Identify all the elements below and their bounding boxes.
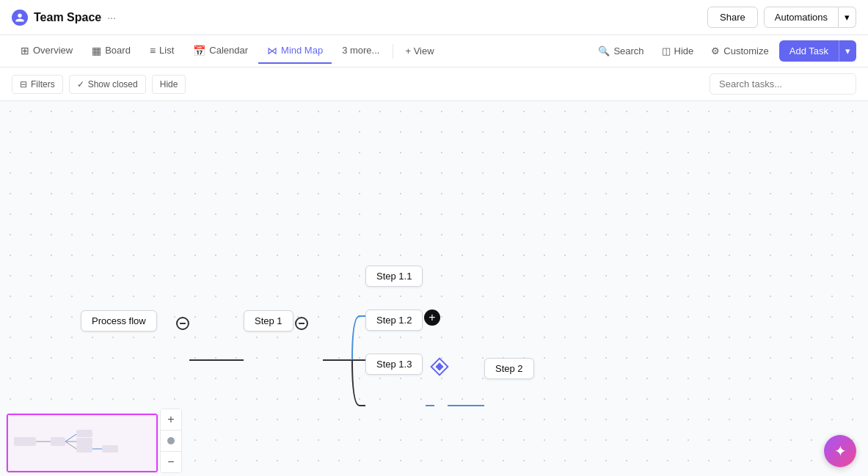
node-step1-2[interactable]: Step 1.2 <box>365 310 423 331</box>
top-bar-left: Team Space ··· <box>12 10 116 26</box>
more-options[interactable]: ··· <box>107 12 116 23</box>
show-closed-button[interactable]: ✓ Show closed <box>69 75 146 94</box>
search-input[interactable] <box>710 73 856 95</box>
zoom-in-button[interactable]: + <box>161 409 181 430</box>
chevron-down-icon: ▾ <box>845 45 850 56</box>
tab-board[interactable]: ▦ Board <box>83 39 139 64</box>
minimap-inner <box>7 414 158 472</box>
add-task-button[interactable]: Add Task <box>779 40 839 62</box>
top-bar-right: Share Automations ▾ <box>707 7 856 28</box>
canvas-area: Process flow Step 1 Step 1.1 Step 1.2 + … <box>0 101 868 476</box>
node-step1-1[interactable]: Step 1.1 <box>365 266 423 287</box>
automations-chevron[interactable]: ▾ <box>839 7 856 28</box>
nav-divider <box>393 44 393 59</box>
add-task-chevron[interactable]: ▾ <box>839 40 856 62</box>
board-icon: ▦ <box>92 45 101 56</box>
calendar-icon: 📅 <box>193 45 205 56</box>
node-process-flow[interactable]: Process flow <box>81 310 157 332</box>
tab-calendar[interactable]: 📅 Calendar <box>184 39 257 64</box>
nav-right-actions: 🔍 Search ◫ Hide ⚙ Customize Add Task ▾ <box>591 40 856 62</box>
node-step1-3[interactable]: Step 1.3 <box>365 354 423 375</box>
tab-mindmap[interactable]: ⋈ Mind Map <box>258 39 332 64</box>
tab-overview[interactable]: ⊞ Overview <box>12 39 81 64</box>
app-title: Team Space <box>34 11 101 24</box>
ai-icon: ✦ <box>834 442 847 460</box>
automations-group: Automations ▾ <box>764 7 856 28</box>
nav-tabs: ⊞ Overview ▦ Board ≡ List 📅 Calendar ⋈ M… <box>0 35 868 67</box>
step1-2-add[interactable]: + <box>424 310 440 326</box>
customize-nav-button[interactable]: ⚙ Customize <box>704 41 776 61</box>
tab-list[interactable]: ≡ List <box>141 39 183 64</box>
avatar <box>12 10 28 26</box>
list-icon: ≡ <box>150 45 156 56</box>
top-bar: Team Space ··· Share Automations ▾ <box>0 0 868 35</box>
mindmap-icon: ⋈ <box>267 45 277 56</box>
zoom-level <box>161 431 181 451</box>
node-step1[interactable]: Step 1 <box>244 310 293 332</box>
filter-icon: ⊟ <box>20 79 27 89</box>
hide-icon: ◫ <box>662 45 671 56</box>
node-step2[interactable]: Step 2 <box>484 358 534 379</box>
process-flow-collapse[interactable] <box>176 317 189 330</box>
step1-collapse[interactable] <box>295 317 308 330</box>
add-view-button[interactable]: + View <box>398 41 441 61</box>
check-circle-icon: ✓ <box>77 79 84 89</box>
automations-button[interactable]: Automations <box>764 7 839 28</box>
zoom-dot <box>167 437 175 444</box>
toolbar: ⊟ Filters ✓ Show closed Hide <box>0 67 868 101</box>
minimap-viewport <box>7 414 158 472</box>
hide-nav-button[interactable]: ◫ Hide <box>654 41 701 61</box>
filters-button[interactable]: ⊟ Filters <box>12 75 63 94</box>
hide-button[interactable]: Hide <box>152 75 186 94</box>
search-icon: 🔍 <box>598 45 610 56</box>
customize-icon: ⚙ <box>711 45 720 56</box>
minimap <box>6 413 158 473</box>
chevron-down-icon: ▾ <box>845 12 850 23</box>
ai-button[interactable]: ✦ <box>824 435 856 467</box>
tab-more[interactable]: 3 more... <box>333 39 388 63</box>
add-task-group: Add Task ▾ <box>779 40 856 62</box>
overview-icon: ⊞ <box>21 45 29 56</box>
search-nav-button[interactable]: 🔍 Search <box>591 41 651 61</box>
zoom-controls: + − <box>160 409 182 473</box>
zoom-out-button[interactable]: − <box>161 452 181 472</box>
share-button[interactable]: Share <box>707 7 758 28</box>
